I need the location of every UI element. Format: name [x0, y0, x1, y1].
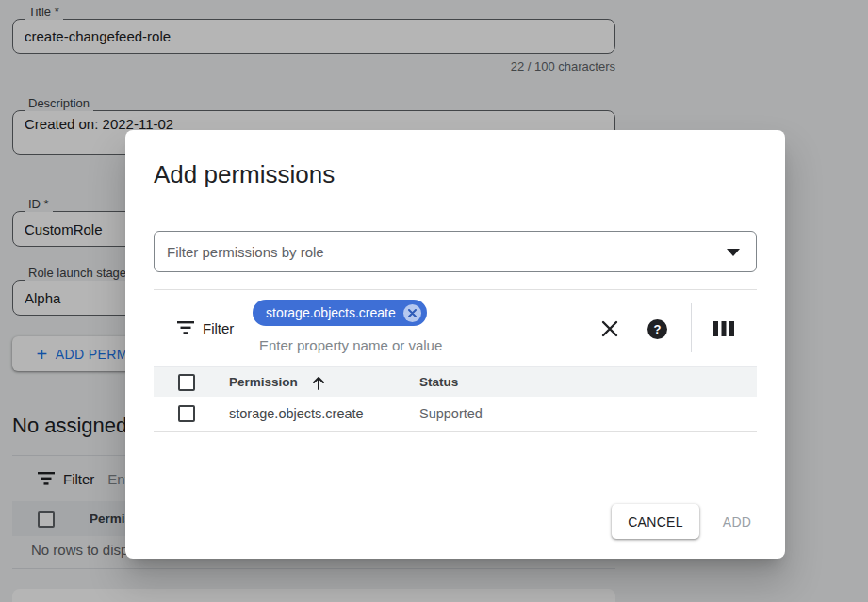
- filter-chip-label: storage.objects.create: [266, 305, 396, 320]
- dialog-filter-label: Filter: [203, 320, 234, 336]
- row-permission: storage.objects.create: [229, 406, 364, 421]
- row-status: Supported: [419, 406, 483, 421]
- row-checkbox[interactable]: [178, 405, 195, 422]
- close-icon: [600, 319, 619, 338]
- column-display-button[interactable]: [713, 321, 734, 336]
- select-all-checkbox[interactable]: [178, 374, 195, 391]
- sort-ascending-icon[interactable]: [310, 375, 327, 392]
- divider: [691, 303, 692, 352]
- add-permissions-dialog: Add permissions Filter permissions by ro…: [125, 130, 785, 559]
- add-button[interactable]: ADD: [708, 504, 766, 539]
- columns-icon: [713, 321, 734, 336]
- help-button[interactable]: ?: [647, 319, 667, 339]
- table-row[interactable]: storage.objects.create Supported: [154, 397, 757, 432]
- filter-by-role-select[interactable]: Filter permissions by role: [154, 231, 757, 272]
- chip-remove-icon[interactable]: [403, 304, 421, 322]
- permission-column-header[interactable]: Permission: [229, 375, 298, 389]
- chevron-down-icon: [727, 249, 740, 256]
- filter-by-role-placeholder: Filter permissions by role: [167, 244, 324, 260]
- divider: [154, 289, 757, 290]
- dialog-table-header: Permission Status: [154, 366, 757, 397]
- status-column-header[interactable]: Status: [419, 375, 458, 389]
- dialog-filter-input[interactable]: Enter property name or value: [259, 337, 442, 353]
- cancel-button[interactable]: CANCEL: [612, 504, 699, 539]
- filter-icon: [177, 321, 194, 334]
- filter-chip[interactable]: storage.objects.create: [253, 300, 427, 326]
- dialog-title: Add permissions: [154, 160, 335, 189]
- clear-filter-button[interactable]: [600, 319, 619, 338]
- help-icon: ?: [654, 322, 662, 336]
